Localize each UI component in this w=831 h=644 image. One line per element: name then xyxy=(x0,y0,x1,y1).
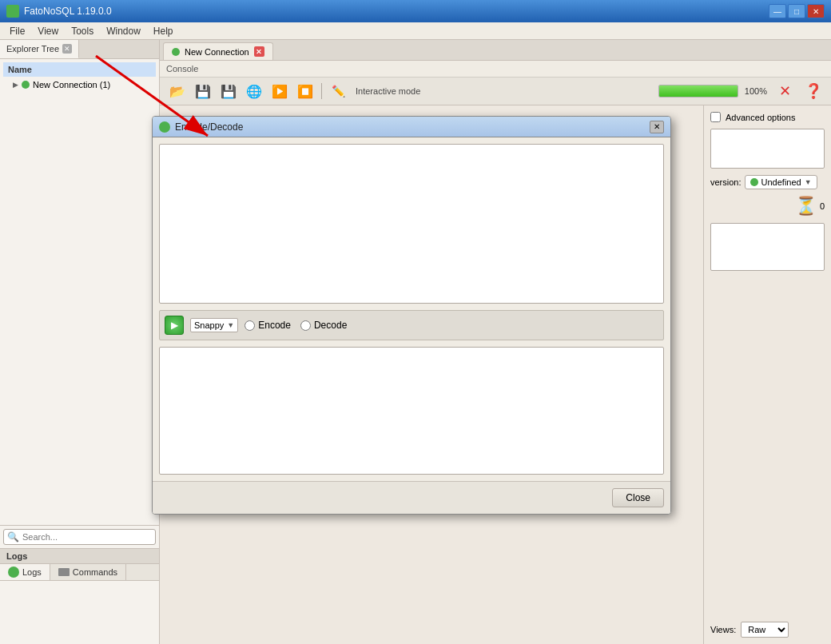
decode-radio-label[interactable]: Decode xyxy=(300,320,347,331)
modal-body: ▶ Snappy ▼ Encode Decode xyxy=(153,137,670,481)
encode-radio-label[interactable]: Encode xyxy=(245,320,291,331)
compression-dropdown-arrow: ▼ xyxy=(227,321,234,329)
run-icon: ▶ xyxy=(171,320,178,331)
modal-title-left: Encode/Decode xyxy=(159,121,243,133)
encode-label-text: Encode xyxy=(258,320,291,331)
encode-radio[interactable] xyxy=(245,320,255,331)
run-encode-decode-button[interactable]: ▶ xyxy=(165,316,184,335)
encode-decode-dialog: Encode/Decode ✕ ▶ Snappy ▼ Enc xyxy=(152,116,671,515)
decode-radio[interactable] xyxy=(300,320,311,331)
modal-overlay: Encode/Decode ✕ ▶ Snappy ▼ Enc xyxy=(0,0,831,644)
compression-value: Snappy xyxy=(194,320,224,330)
modal-footer: Close xyxy=(153,481,670,514)
modal-input-area[interactable] xyxy=(159,144,664,304)
modal-controls: ▶ Snappy ▼ Encode Decode xyxy=(159,310,664,340)
encode-decode-radio-group: Encode Decode xyxy=(245,320,347,331)
modal-title-icon xyxy=(159,121,170,133)
decode-label-text: Decode xyxy=(314,320,347,331)
dialog-close-button[interactable]: Close xyxy=(612,488,664,507)
modal-title-text: Encode/Decode xyxy=(175,121,243,133)
compression-select[interactable]: Snappy ▼ xyxy=(190,318,238,332)
modal-output-area[interactable] xyxy=(159,347,664,475)
modal-title-bar: Encode/Decode ✕ xyxy=(153,117,670,137)
modal-close-button[interactable]: ✕ xyxy=(650,121,664,133)
